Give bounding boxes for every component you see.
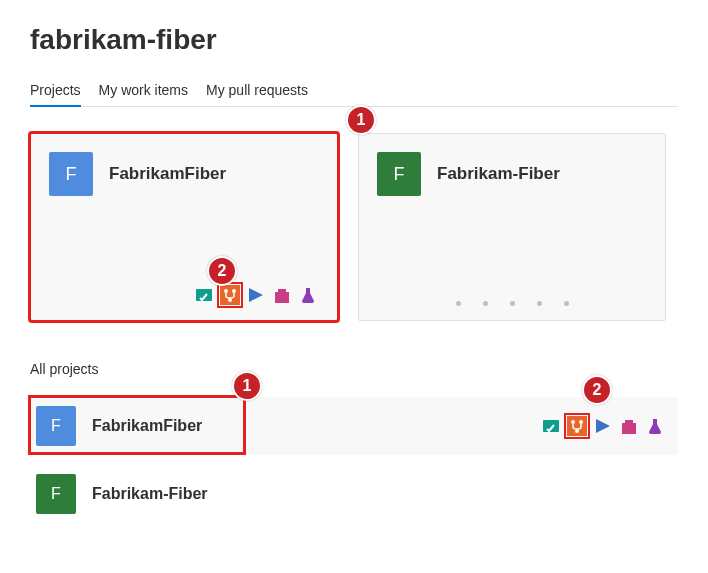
list-item-fabrikam-fiber[interactable]: F Fabrikam-Fiber xyxy=(30,465,678,523)
pipelines-icon[interactable] xyxy=(592,415,614,437)
repos-icon[interactable] xyxy=(566,415,588,437)
pipelines-icon[interactable] xyxy=(245,284,267,306)
svg-point-2 xyxy=(224,289,228,293)
service-icons xyxy=(193,284,319,306)
dot-icon xyxy=(483,301,488,306)
artifacts-icon[interactable] xyxy=(271,284,293,306)
avatar: F xyxy=(36,474,76,514)
list-title: FabrikamFiber xyxy=(92,417,202,435)
tab-projects[interactable]: Projects xyxy=(30,76,81,106)
testplans-icon[interactable] xyxy=(644,415,666,437)
avatar: F xyxy=(36,406,76,446)
boards-icon[interactable] xyxy=(193,284,215,306)
dot-icon xyxy=(456,301,461,306)
svg-point-3 xyxy=(232,289,236,293)
project-cards-row: 1 F FabrikamFiber 2 xyxy=(30,133,678,321)
list-item-fabrikamfiber[interactable]: F FabrikamFiber xyxy=(30,397,678,455)
card-footer xyxy=(377,301,647,306)
svg-rect-7 xyxy=(543,420,559,432)
svg-rect-12 xyxy=(622,423,636,434)
boards-icon[interactable] xyxy=(540,415,562,437)
all-projects-list: 1 2 F FabrikamFiber F Fabrikam-Fiber xyxy=(30,397,678,523)
card-title: FabrikamFiber xyxy=(109,164,226,184)
dot-icon xyxy=(510,301,515,306)
card-footer: 2 xyxy=(49,284,319,306)
tab-my-work-items[interactable]: My work items xyxy=(99,76,188,106)
all-projects-heading: All projects xyxy=(30,361,678,377)
avatar: F xyxy=(49,152,93,196)
service-icons xyxy=(540,415,672,437)
page-title: fabrikam-fiber xyxy=(30,24,678,56)
svg-rect-6 xyxy=(278,289,286,292)
svg-rect-13 xyxy=(625,420,633,423)
card-header: F Fabrikam-Fiber xyxy=(377,152,647,196)
card-header: F FabrikamFiber xyxy=(49,152,319,196)
testplans-icon[interactable] xyxy=(297,284,319,306)
project-card-fabrikamfiber[interactable]: F FabrikamFiber 2 xyxy=(30,133,338,321)
callout-badge-1: 1 xyxy=(346,105,376,135)
tabs: Projects My work items My pull requests xyxy=(30,76,678,107)
svg-rect-5 xyxy=(275,292,289,303)
card-title: Fabrikam-Fiber xyxy=(437,164,560,184)
tab-my-pull-requests[interactable]: My pull requests xyxy=(206,76,308,106)
dot-icon xyxy=(537,301,542,306)
svg-rect-0 xyxy=(196,289,212,301)
callout-badge-list-2: 2 xyxy=(582,375,612,405)
callout-badge-list-1: 1 xyxy=(232,371,262,401)
avatar: F xyxy=(377,152,421,196)
dot-icon xyxy=(564,301,569,306)
repos-icon[interactable] xyxy=(219,284,241,306)
callout-badge-2: 2 xyxy=(207,256,237,286)
list-title: Fabrikam-Fiber xyxy=(92,485,208,503)
svg-point-10 xyxy=(579,420,583,424)
svg-point-9 xyxy=(571,420,575,424)
project-card-fabrikam-fiber[interactable]: F Fabrikam-Fiber xyxy=(358,133,666,321)
artifacts-icon[interactable] xyxy=(618,415,640,437)
loading-dots xyxy=(377,301,647,306)
